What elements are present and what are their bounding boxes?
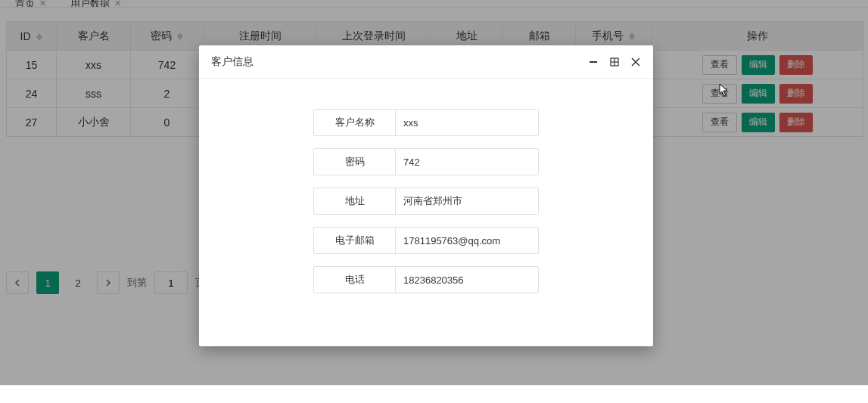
field-label: 地址 xyxy=(314,188,396,214)
field-customer-name: 客户名称 xyxy=(313,109,539,136)
phone-input[interactable] xyxy=(396,267,538,293)
dialog-header: 客户信息 xyxy=(199,45,653,79)
field-label: 客户名称 xyxy=(314,110,396,135)
field-label: 电话 xyxy=(314,267,396,293)
dialog-body: 客户名称 密码 地址 电子邮箱 电话 xyxy=(199,79,653,293)
field-password: 密码 xyxy=(313,148,539,175)
modal-overlay[interactable]: 客户信息 客户名称 密码 xyxy=(0,0,868,403)
password-input[interactable] xyxy=(396,149,538,175)
field-email: 电子邮箱 xyxy=(313,227,539,254)
footer-bar xyxy=(0,385,868,403)
field-label: 密码 xyxy=(314,149,396,175)
address-input[interactable] xyxy=(396,188,538,214)
dialog-title: 客户信息 xyxy=(211,55,588,69)
email-input[interactable] xyxy=(396,228,538,253)
customer-name-input[interactable] xyxy=(396,110,538,135)
minimize-icon[interactable] xyxy=(588,57,599,67)
close-icon[interactable] xyxy=(630,57,641,67)
customer-info-dialog: 客户信息 客户名称 密码 xyxy=(199,45,653,346)
field-address: 地址 xyxy=(313,188,539,215)
maximize-icon[interactable] xyxy=(609,57,620,67)
field-label: 电子邮箱 xyxy=(314,228,396,253)
field-phone: 电话 xyxy=(313,266,539,293)
